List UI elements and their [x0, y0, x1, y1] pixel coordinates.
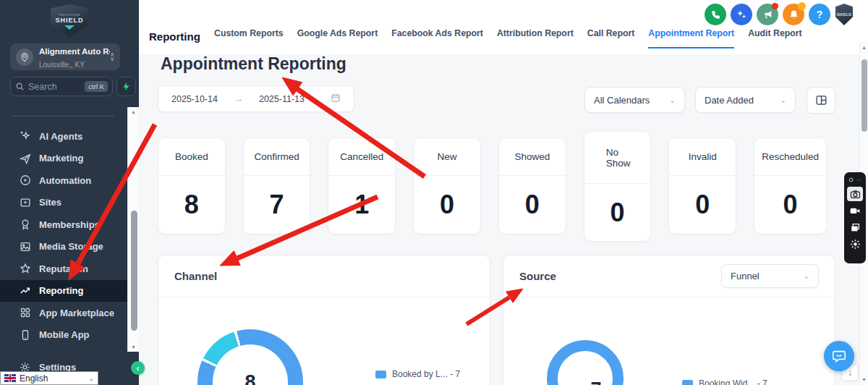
chevron-down-icon: ⌄ [670, 96, 676, 104]
language-value: English [20, 373, 88, 384]
tab-audit-report[interactable]: Audit Report [748, 28, 801, 48]
stat-card-rescheduled: Rescheduled0 [754, 138, 827, 234]
source-legend-item[interactable]: Booking Wid... - 7 [682, 378, 767, 385]
sites-icon [19, 196, 31, 208]
logo-chevron [64, 25, 75, 30]
scroll-up-icon[interactable]: ▲ [860, 45, 868, 50]
logo-word: SHIELD [55, 17, 83, 24]
search-input[interactable]: Search ctrl K [10, 77, 113, 96]
sidebar-scroll-thumb[interactable] [131, 211, 137, 331]
channel-total: 8 [197, 329, 303, 385]
search-placeholder: Search [28, 82, 85, 92]
phone-icon[interactable] [705, 4, 726, 25]
stat-label: Rescheduled [754, 138, 826, 176]
legend-label: Booked by L... - 7 [392, 369, 460, 379]
scroll-down-icon[interactable]: ▼ [128, 344, 139, 350]
stat-value: 0 [669, 176, 736, 234]
announcements-icon[interactable] [757, 4, 778, 25]
reporting-icon [19, 284, 31, 297]
legend-label: Booking Wid... - 7 [699, 378, 767, 385]
chevron-updown-icon[interactable]: ∧∨ [110, 53, 114, 62]
sidebar-scrollbar[interactable]: ▲ ▼ [127, 107, 139, 352]
stat-label: No Show [584, 132, 651, 184]
reputation-icon [19, 263, 31, 275]
media-storage-icon [19, 240, 31, 253]
channel-legend-item[interactable]: Booked by L... - 7 [375, 369, 460, 379]
source-panel: Source Funnel ⌄ 7 Booking Wid... - 7 [503, 255, 835, 385]
stat-card-booked: Booked8 [158, 138, 226, 234]
agency-avatar[interactable]: SHIELD [835, 4, 854, 25]
extension-menu-icon[interactable]: ··· [848, 175, 861, 185]
channel-panel: Channel 8 Booked by L... - 7 [158, 255, 490, 385]
date-range-picker[interactable]: 2025-10-14 → 2025-11-13 [158, 85, 354, 112]
stat-card-cancelled: Cancelled1 [328, 138, 396, 234]
location-pin-icon [16, 48, 33, 66]
tab-appointment-report[interactable]: Appointment Report [648, 28, 734, 48]
stat-value: 0 [414, 176, 480, 234]
sidebar-item-reporting[interactable]: Reporting [0, 280, 127, 302]
chat-widget-button[interactable] [824, 341, 854, 371]
report-tabs: Custom ReportsGoogle Ads ReportFacebook … [214, 28, 802, 49]
sidebar-nav: AI AgentsMarketingAutomationSitesMembers… [0, 125, 127, 346]
source-total: 7 [547, 340, 645, 385]
marketing-icon [19, 152, 31, 164]
tab-google-ads-report[interactable]: Google Ads Report [297, 28, 378, 48]
sidebar-item-app-marketplace[interactable]: App Marketplace [0, 302, 127, 324]
scroll-up-icon[interactable]: ▲ [128, 109, 139, 114]
legend-swatch [375, 371, 386, 378]
account-switcher[interactable]: Alignment Auto Rep... Louisville,, KY ∧∨ [10, 43, 120, 70]
date-type-select[interactable]: Date Added ⌄ [695, 87, 796, 113]
sidebar-item-label: Media Storage [39, 241, 103, 252]
source-filter-select[interactable]: Funnel ⌄ [721, 264, 819, 288]
sidebar-item-reputation[interactable]: Reputation [0, 258, 127, 280]
sidebar-item-memberships[interactable]: Memberships [0, 213, 127, 236]
tab-custom-reports[interactable]: Custom Reports [214, 28, 284, 48]
sidebar-item-mobile-app[interactable]: Mobile App [0, 324, 127, 347]
app-marketplace-icon [19, 307, 31, 319]
scroll-down-icon[interactable]: ▼ [860, 377, 868, 382]
mobile-app-icon [19, 329, 31, 341]
search-shortcut-badge: ctrl K [85, 81, 108, 92]
date-start[interactable]: 2025-10-14 [171, 94, 218, 104]
quick-actions-button[interactable] [116, 77, 136, 96]
layout-columns-button[interactable] [807, 87, 835, 114]
notification-badge [798, 2, 806, 10]
copy-icon[interactable] [847, 220, 863, 234]
account-location: Louisville,, KY [39, 61, 85, 69]
search-icon [15, 82, 25, 91]
calendar-filter-value: All Calendars [594, 95, 664, 106]
calendar-filter-select[interactable]: All Calendars ⌄ [584, 87, 685, 113]
stat-label: Showed [499, 138, 566, 176]
sidebar-item-marketing[interactable]: Marketing [0, 148, 127, 170]
video-icon[interactable] [847, 203, 863, 218]
language-select[interactable]: English ⌄ [0, 371, 98, 385]
sidebar-item-ai-agents[interactable]: AI Agents [0, 125, 127, 148]
stat-label: Booked [158, 138, 225, 176]
stat-value: 1 [328, 176, 395, 234]
sidebar-item-label: AI Agents [39, 131, 82, 142]
camera-icon[interactable] [847, 187, 863, 201]
stat-label: Cancelled [328, 138, 395, 176]
screenshot-extension-toolbar: ··· [844, 172, 866, 263]
gear-icon[interactable] [847, 237, 863, 251]
sidebar-item-automation[interactable]: Automation [0, 169, 127, 192]
date-end[interactable]: 2025-11-13 [259, 94, 305, 104]
notifications-icon[interactable] [783, 4, 804, 25]
stat-value: 0 [584, 184, 651, 241]
sidebar-item-label: Memberships [39, 219, 100, 230]
uk-flag-icon [4, 374, 16, 382]
sidebar-item-media-storage[interactable]: Media Storage [0, 236, 127, 258]
tab-facebook-ads-report[interactable]: Facebook Ads Report [391, 28, 483, 48]
help-icon[interactable]: ? [809, 4, 830, 25]
page-scroll-thumb[interactable] [861, 59, 867, 132]
sidebar-collapse-button[interactable]: ‹ [131, 361, 145, 375]
calendar-icon [331, 93, 341, 106]
sidebar-item-sites[interactable]: Sites [0, 192, 127, 214]
ai-agents-icon [19, 130, 31, 143]
stat-card-new: New0 [413, 138, 481, 234]
appointment-reporting-app: THE FUTURE SHIELD Alignment Auto Rep... … [0, 0, 868, 385]
content: Appointment Reporting 2025-10-14 → 2025-… [139, 54, 868, 385]
tab-attribution-report[interactable]: Attribution Report [497, 28, 574, 48]
ai-sparkle-icon[interactable] [731, 4, 752, 25]
tab-call-report[interactable]: Call Report [587, 28, 635, 48]
